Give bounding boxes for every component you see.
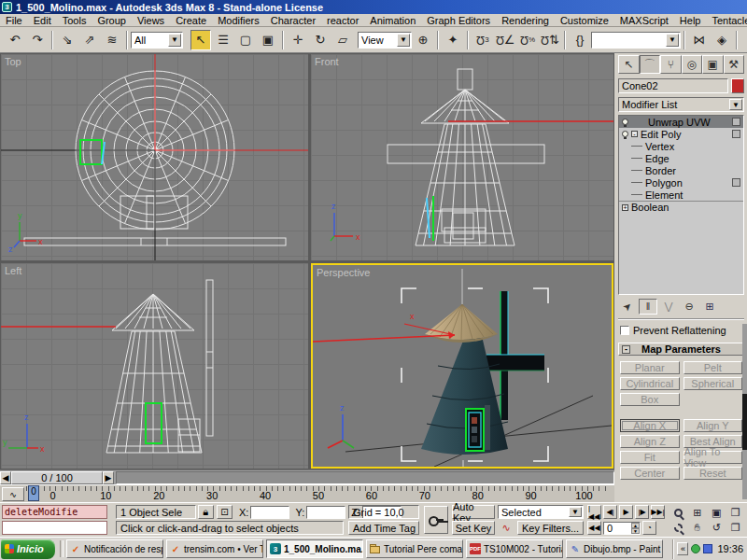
selection-lock-icon[interactable]: 🔒︎ — [198, 505, 214, 519]
zoom-extents-all-icon[interactable]: ❒ — [726, 505, 746, 521]
create-tab-icon[interactable]: ↖ — [618, 55, 640, 74]
utilities-tab-icon[interactable]: ⚒ — [724, 55, 745, 74]
percent-snap-icon[interactable]: Ω% — [517, 30, 538, 50]
stack-subitem-element[interactable]: Element — [619, 189, 743, 201]
maximize-viewport-toggle-icon[interactable]: ❐ — [726, 521, 746, 537]
expand-collapse-icon[interactable]: + — [622, 204, 628, 211]
chevron-down-icon[interactable]: ▼ — [666, 34, 679, 47]
modifier-list-dropdown[interactable]: Modifier List▼ — [618, 97, 744, 112]
timeline-ruler[interactable]: 01020 304050 607080 90100 — [26, 485, 611, 502]
current-frame-field[interactable]: 0 ▲▼ — [603, 522, 641, 535]
stack-subitem-border[interactable]: Border — [619, 164, 743, 176]
stack-item-unwrap-uvw[interactable]: Unwrap UVW — [619, 116, 743, 128]
collapse-rollout-icon[interactable]: - — [622, 345, 630, 354]
viewport-top[interactable]: Top — [1, 54, 308, 260]
align-to-view-button[interactable]: Align To View — [684, 451, 743, 464]
select-and-manipulate-icon[interactable]: ✦ — [443, 30, 463, 50]
hierarchy-tab-icon[interactable]: ⑂ — [660, 55, 682, 74]
align-y-button[interactable]: Align Y — [684, 419, 743, 432]
viewport-perspective[interactable]: Perspective — [311, 263, 613, 469]
spinner-snap-icon[interactable]: Ω⇅ — [540, 30, 560, 50]
menu-edit[interactable]: Edit — [28, 15, 57, 26]
chevron-down-icon[interactable]: ▼ — [729, 99, 742, 110]
use-pivot-center-icon[interactable]: ⊕ — [413, 30, 433, 50]
viewport-front-label[interactable]: Front — [315, 56, 339, 67]
start-button[interactable]: Inicio — [1, 539, 55, 559]
x-coordinate-field[interactable] — [250, 506, 289, 519]
time-configuration-icon[interactable]: ◔ — [642, 521, 656, 535]
zoom-extents-icon[interactable]: ▣ — [707, 505, 726, 521]
time-slider-handle[interactable]: 0 — [28, 485, 39, 501]
edit-named-selection-sets-icon[interactable]: {} — [570, 30, 590, 50]
zoom-all-icon[interactable]: ⊞ — [688, 505, 708, 521]
menu-reactor[interactable]: reactor — [321, 15, 364, 26]
show-end-result-icon[interactable]: ‖ — [639, 299, 657, 315]
mirror-icon[interactable]: ⋈ — [689, 30, 710, 50]
frame-spinner[interactable]: ▲▼ — [631, 523, 640, 534]
taskbar-task-paint[interactable]: ✎ Dibujo.bmp - Paint — [566, 539, 663, 558]
expand-collapse-icon[interactable]: - — [631, 131, 638, 137]
object-color-swatch[interactable] — [731, 78, 744, 93]
select-and-rotate-icon[interactable]: ↻ — [310, 30, 331, 50]
object-name-field[interactable]: Cone02 — [618, 78, 728, 93]
modifier-toggle-square[interactable] — [732, 178, 740, 187]
messenger-tray-icon[interactable] — [691, 544, 700, 553]
modifier-enable-bulb-icon[interactable] — [622, 131, 628, 137]
display-tab-icon[interactable]: ▣ — [702, 55, 724, 74]
viewport-perspective-label[interactable]: Perspective — [317, 267, 370, 278]
stack-subitem-edge[interactable]: Edge — [619, 152, 743, 164]
taskbar-task-trensim[interactable]: ✓ trensim.com • Ver T... — [166, 539, 263, 558]
default-in-out-tangent-icon[interactable]: ∿ — [498, 521, 514, 535]
set-keys-key-icon[interactable] — [424, 506, 448, 534]
menu-animation[interactable]: Animation — [364, 15, 421, 26]
align-x-button[interactable]: Align X — [620, 419, 680, 432]
angle-snap-icon[interactable]: Ω∠ — [495, 30, 515, 50]
taskbar-task-pdf[interactable]: PDF TS10M002 - Tutorial ... — [466, 539, 563, 558]
previous-frame-icon[interactable]: ◀| — [603, 505, 617, 519]
stack-item-boolean[interactable]: + Boolean — [619, 201, 743, 213]
remove-modifier-icon[interactable]: ⊖ — [680, 299, 698, 315]
layer-manager-icon[interactable]: ≣ — [741, 30, 747, 50]
menu-group[interactable]: Group — [92, 15, 132, 26]
box-button[interactable]: Box — [620, 393, 680, 406]
zoom-region-icon[interactable] — [669, 521, 688, 537]
rectangular-selection-region-icon[interactable]: ▢ — [235, 30, 256, 50]
modifier-toggle-square[interactable] — [732, 130, 740, 138]
taskbar-task-3dsmax[interactable]: 3 1_500_Molino.ma... — [266, 539, 363, 558]
network-tray-icon[interactable] — [703, 544, 712, 553]
modifier-enable-bulb-icon[interactable] — [622, 119, 628, 125]
stack-subitem-vertex[interactable]: Vertex — [619, 140, 743, 152]
set-key-button[interactable]: Set Key — [452, 521, 495, 535]
prevent-reflattening-checkbox[interactable] — [620, 326, 629, 335]
menu-tools[interactable]: Tools — [57, 15, 92, 26]
bind-to-space-warp-icon[interactable]: ≋ — [102, 30, 122, 50]
align-icon[interactable]: ◈ — [712, 30, 732, 50]
reset-button[interactable]: Reset — [684, 467, 743, 480]
motion-tab-icon[interactable]: ◎ — [682, 55, 703, 74]
time-slider-value[interactable]: 0 / 100 — [11, 471, 103, 484]
taskbar-task-folder[interactable]: Tutorial Pere comas 3d — [366, 539, 463, 558]
undo-icon[interactable]: ↶ — [5, 30, 25, 50]
menu-rendering[interactable]: Rendering — [496, 15, 555, 26]
maxscript-mini-listener[interactable]: deleteModifie — [2, 505, 107, 519]
menu-character[interactable]: Character — [265, 15, 321, 26]
map-parameters-rollout-header[interactable]: - Map Parameters — [618, 343, 744, 356]
named-selection-sets-dropdown[interactable]: ▼ — [591, 32, 681, 49]
menu-graph-editors[interactable]: Graph Editors — [421, 15, 496, 26]
menu-customize[interactable]: Customize — [555, 15, 614, 26]
reference-coordsys-dropdown[interactable]: View▼ — [358, 32, 412, 49]
planar-button[interactable]: Planar — [620, 361, 680, 374]
pan-view-icon[interactable]: ✋︎ — [688, 521, 708, 537]
pelt-button[interactable]: Pelt — [684, 361, 743, 374]
taskbar-task-notification[interactable]: ✓ Notificación de resp... — [66, 539, 163, 558]
stack-subitem-polygon[interactable]: Polygon — [619, 176, 743, 189]
pin-stack-icon[interactable]: ➤ — [615, 294, 640, 318]
previous-frame-arrow[interactable]: ◀ — [0, 471, 11, 484]
menu-maxscript[interactable]: MAXScript — [614, 15, 674, 26]
configure-modifier-sets-icon[interactable]: ⊞ — [700, 299, 719, 315]
select-and-scale-icon[interactable]: ▱ — [332, 30, 353, 50]
viewport-left[interactable]: Left — [1, 263, 308, 469]
key-filters-button[interactable]: Key Filters... — [517, 521, 584, 535]
fit-button[interactable]: Fit — [620, 451, 680, 464]
chevron-down-icon[interactable]: ▼ — [569, 507, 582, 517]
